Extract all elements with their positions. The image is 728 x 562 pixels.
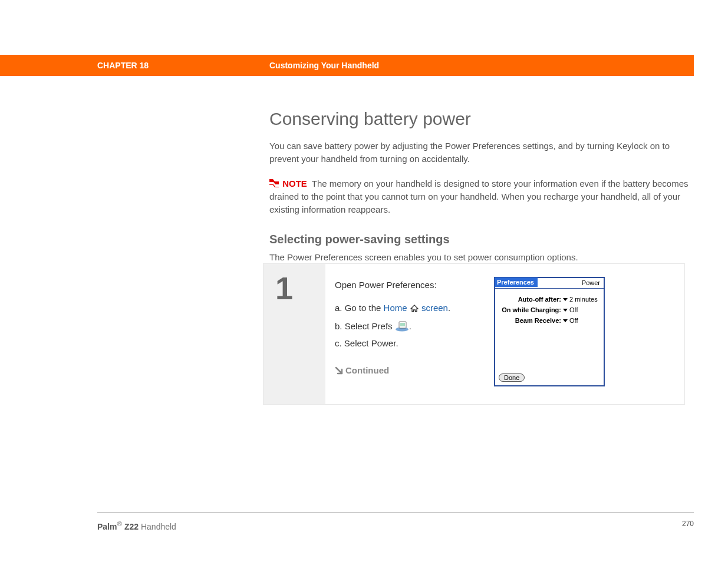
palm-preferences-screenshot: Preferences Power Auto-off after: 2 minu… [494, 277, 605, 386]
palm-label-beam: Beam Receive: [499, 317, 562, 324]
palm-category[interactable]: Power [582, 279, 600, 286]
home-icon [410, 302, 419, 319]
palm-header: Preferences Power [495, 278, 604, 289]
step-a: a. Go to the Home screen. [335, 300, 488, 319]
brand-reg: ® [117, 520, 122, 527]
note-block: NOTEThe memory on your handheld is desig… [269, 177, 694, 216]
palm-body: Auto-off after: 2 minutes On while Charg… [495, 289, 604, 330]
intro-paragraph: You can save battery power by adjusting … [269, 140, 694, 166]
done-button[interactable]: Done [499, 373, 525, 382]
chapter-header-bar: CHAPTER 18 Customizing Your Handheld [0, 55, 694, 76]
dropdown-arrow-icon [563, 309, 568, 312]
palm-value-charging-text: Off [569, 306, 578, 313]
step-b-prefix: b. Select Prefs [335, 321, 395, 331]
prefs-icon [395, 320, 409, 331]
step-lead: Open Power Preferences: [335, 277, 488, 294]
dropdown-arrow-icon [563, 298, 568, 301]
step-a-suffix: screen [419, 303, 448, 313]
palm-header-tab[interactable]: Preferences [495, 277, 538, 287]
model-bold: Z22 [122, 522, 139, 531]
footer-rule [97, 513, 694, 513]
palm-value-beam[interactable]: Off [562, 317, 578, 324]
palm-value-beam-text: Off [569, 317, 578, 324]
continued-indicator: Continued [335, 362, 488, 381]
palm-value-autooff-text: 2 minutes [569, 296, 598, 303]
step-a-prefix: a. Go to the [335, 303, 384, 313]
dropdown-arrow-icon [563, 319, 568, 322]
step-content: Open Power Preferences: a. Go to the Hom… [325, 264, 684, 404]
brand-bold: Palm [97, 522, 117, 531]
product-name: Palm® Z22 Handheld [97, 522, 176, 531]
footer: Palm® Z22 Handheld 270 [97, 520, 694, 531]
palm-value-charging[interactable]: Off [562, 306, 578, 313]
step-box: 1 Open Power Preferences: a. Go to the H… [263, 263, 685, 405]
note-label: NOTE [282, 178, 307, 189]
product-suffix: Handheld [139, 522, 176, 531]
chapter-label: CHAPTER 18 [97, 61, 149, 70]
svg-marker-0 [269, 179, 279, 184]
home-link[interactable]: Home screen [384, 303, 448, 313]
page-heading: Conserving battery power [269, 109, 694, 129]
continued-arrow-icon [335, 363, 343, 381]
page-number: 270 [682, 520, 694, 528]
palm-label-autooff: Auto-off after: [499, 296, 562, 303]
palm-row-beam: Beam Receive: Off [499, 317, 600, 324]
step-number-column: 1 [263, 264, 325, 404]
chapter-title: Customizing Your Handheld [269, 61, 379, 70]
note-icon [269, 178, 279, 191]
step-number: 1 [275, 270, 325, 306]
palm-row-autooff: Auto-off after: 2 minutes [499, 296, 600, 303]
palm-row-charging: On while Charging: Off [499, 306, 600, 313]
step-a-period: . [448, 303, 450, 313]
main-content: Conserving battery power You can save ba… [269, 109, 694, 275]
home-link-text: Home [384, 303, 407, 313]
palm-value-autooff[interactable]: 2 minutes [562, 296, 598, 303]
section-intro: The Power Preferences screen enables you… [269, 252, 694, 262]
section-heading: Selecting power-saving settings [269, 233, 694, 246]
note-text: The memory on your handheld is designed … [269, 178, 689, 215]
step-b-period: . [409, 321, 411, 331]
step-c: c. Select Power. [335, 335, 488, 352]
continued-label: Continued [345, 365, 389, 375]
palm-label-charging: On while Charging: [499, 306, 562, 313]
instructions: Open Power Preferences: a. Go to the Hom… [335, 277, 488, 392]
step-b: b. Select Prefs . [335, 318, 488, 335]
